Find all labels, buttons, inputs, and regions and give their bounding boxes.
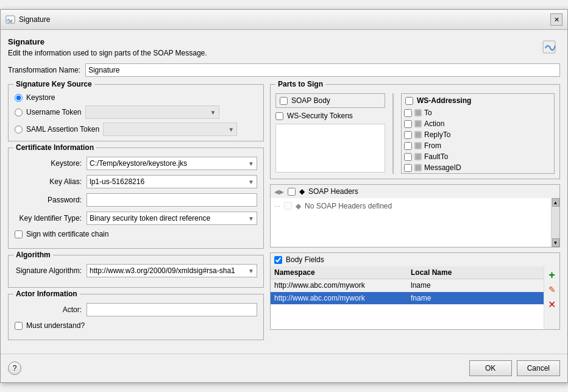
keystore-field-label: Keystore: [15,159,82,168]
row1-localname: fname [407,292,544,304]
ws-addressing-checkbox[interactable] [405,97,413,105]
saml-token-radio-row: SAML Assertion Token ▼ [15,123,257,136]
body-fields-title: Body Fields [286,255,324,264]
actor-input[interactable] [87,303,257,316]
sign-with-chain-checkbox[interactable] [15,230,23,238]
ws-security-checkbox[interactable] [275,112,283,120]
parts-separator [390,93,396,174]
main-content: Signature Key Source Keystore Username T… [8,84,560,346]
keystore-dropdown[interactable]: C:/Temp/keystore/keystore.jks ▼ [87,157,257,170]
no-headers-text: No SOAP Headers defined [305,202,392,210]
transformation-name-label: Transformation Name: [8,66,80,74]
delete-body-field-button[interactable]: ✕ [546,298,558,310]
faultto-icon [414,153,422,160]
row0-localname: lname [407,279,544,291]
key-alias-arrow: ▼ [248,179,254,185]
actor-information-group: Actor Information Actor: Must understand… [8,294,264,340]
add-body-field-button[interactable]: + [546,269,558,281]
must-understand-row: Must understand? [15,321,257,330]
saml-token-label: SAML Assertion Token [26,125,99,134]
body-fields-checkbox[interactable] [274,256,282,264]
ws-action-label: Action [424,119,444,128]
must-understand-checkbox[interactable] [15,322,23,330]
ws-item-action: Action [402,118,554,129]
saml-token-radio[interactable] [15,126,23,134]
key-identifier-field-row: Key Identifier Type: Binary security tok… [15,212,257,225]
to-icon [414,109,422,116]
keystore-arrow: ▼ [248,160,254,167]
soap-headers-title: SOAP Headers [308,187,358,196]
certificate-info-title: Certificate Information [13,143,96,152]
ws-faultto-checkbox[interactable] [404,153,412,161]
body-fields-table-header: Namespace Local Name [271,266,544,279]
key-identifier-label: Key Identifier Type: [15,214,82,223]
from-icon [414,142,422,149]
username-token-radio-row: Username Token ▼ [15,105,257,119]
bottom-bar: ? OK Cancel [1,354,567,382]
ws-from-checkbox[interactable] [404,142,412,150]
ws-messageid-checkbox[interactable] [404,164,412,172]
edit-body-field-button[interactable]: ✎ [546,283,558,296]
username-token-dropdown: ▼ [85,105,219,119]
actor-label: Actor: [15,305,82,314]
soap-headers-scrollbar[interactable]: ▲ ▼ [551,198,559,247]
signature-algo-dropdown[interactable]: http://www.w3.org/2000/09/xmldsig#rsa-sh… [87,264,257,277]
signature-icon [5,15,15,24]
ws-action-checkbox[interactable] [404,120,412,128]
title-bar-left: Signature [5,15,50,24]
help-button[interactable]: ? [8,362,21,375]
row1-namespace: http://www.abc.com/mywork [271,292,407,304]
section-header: Signature Edit the information used to s… [8,37,560,57]
ws-security-content [275,124,385,173]
svg-rect-4 [416,121,421,126]
ws-to-label: To [424,109,432,117]
dialog-title: Signature [19,15,50,24]
sign-with-chain-label: Sign with certificate chain [26,230,108,238]
key-identifier-value: Binary security token direct reference [90,214,210,223]
soap-headers-header: ◀▶ ◆ SOAP Headers [271,185,559,198]
right-panel: Parts to Sign SOAP Body [270,84,560,346]
close-button[interactable]: ✕ [550,13,563,26]
local-name-col-header: Local Name [407,266,544,279]
table-row-0[interactable]: http://www.abc.com/mywork lname [271,279,544,292]
transformation-name-input[interactable] [85,63,560,77]
ws-security-label: WS-Security Tokens [287,112,353,120]
svg-rect-5 [416,132,421,137]
username-token-radio[interactable] [15,109,23,116]
signature-algo-value: http://www.w3.org/2000/09/xmldsig#rsa-sh… [90,266,235,275]
no-headers-checkbox[interactable] [284,202,292,210]
body-fields-header: Body Fields [271,253,559,266]
ws-item-to: To [402,107,554,118]
certificate-info-content: Keystore: C:/Temp/keystore/keystore.jks … [15,157,257,238]
ws-addressing-label: WS-Addressing [417,96,471,105]
soap-body-checkbox[interactable] [280,97,288,105]
password-label: Password: [15,196,82,204]
cancel-button[interactable]: Cancel [517,360,560,376]
ws-to-checkbox[interactable] [404,109,412,117]
soap-headers-body: ··· ◆ No SOAP Headers defined [271,198,551,247]
actor-info-title: Actor Information [13,290,80,298]
soap-body-checkbox-row: SOAP Body [280,96,381,105]
transformation-name-row: Transformation Name: [8,63,560,77]
svg-rect-7 [416,154,421,159]
key-alias-value: lp1-us-51628216 [90,177,144,186]
ok-button[interactable]: OK [469,360,512,376]
table-row-1[interactable]: http://www.abc.com/mywork fname [271,292,544,305]
key-alias-dropdown[interactable]: lp1-us-51628216 ▼ [87,175,257,188]
ws-replyto-checkbox[interactable] [404,131,412,139]
parts-to-sign-section: Parts to Sign SOAP Body [270,84,560,179]
ws-item-messageid: MessageID [402,162,554,173]
keystore-radio[interactable] [15,94,23,102]
namespace-col-header: Namespace [271,266,407,279]
certificate-information-group: Certificate Information Keystore: C:/Tem… [8,148,264,249]
actor-field-row: Actor: [15,303,257,316]
algorithm-group: Algorithm Signature Algorithm: http://ww… [8,255,264,288]
must-understand-label: Must understand? [26,321,85,330]
soap-headers-section: ◀▶ ◆ SOAP Headers ··· ◆ No SOAP Headers … [270,184,560,248]
password-input[interactable] [87,193,257,207]
password-field-row: Password: [15,193,257,207]
svg-rect-3 [416,110,421,115]
ws-item-replyto: ReplyTo [402,129,554,140]
soap-headers-checkbox[interactable] [288,188,296,196]
key-identifier-dropdown[interactable]: Binary security token direct reference ▼ [87,212,257,225]
